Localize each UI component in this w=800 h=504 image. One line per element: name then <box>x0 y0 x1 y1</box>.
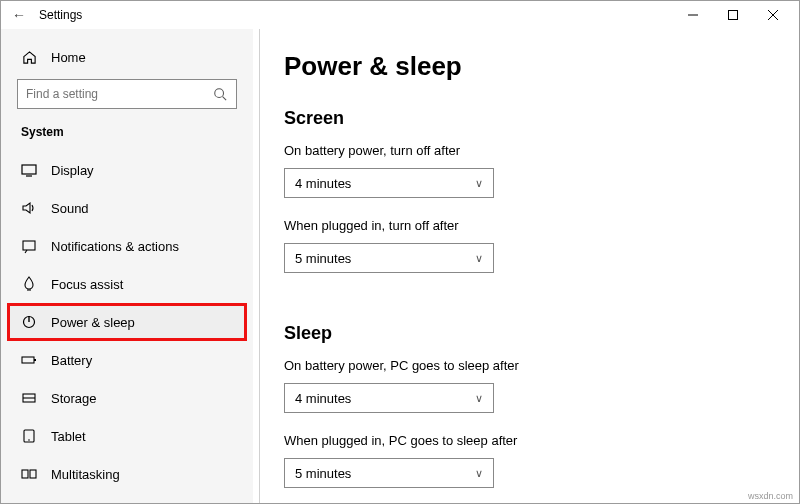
screen-plugged-dropdown[interactable]: 5 minutes ∨ <box>284 243 494 273</box>
sidebar-item-display[interactable]: Display <box>7 151 247 189</box>
sidebar-item-storage[interactable]: Storage <box>7 379 247 417</box>
sidebar-item-label: Tablet <box>51 429 86 444</box>
sidebar-item-label: Display <box>51 163 94 178</box>
nav-group-system: System <box>7 119 247 151</box>
multitasking-icon <box>21 466 37 482</box>
svg-rect-12 <box>22 357 34 363</box>
search-icon <box>212 86 228 102</box>
svg-point-4 <box>215 89 224 98</box>
sidebar-item-sound[interactable]: Sound <box>7 189 247 227</box>
sidebar-item-label: Battery <box>51 353 92 368</box>
sleep-heading: Sleep <box>284 323 769 344</box>
dropdown-value: 5 minutes <box>295 466 351 481</box>
back-button[interactable]: ← <box>11 7 27 23</box>
screen-battery-dropdown[interactable]: 4 minutes ∨ <box>284 168 494 198</box>
sound-icon <box>21 200 37 216</box>
screen-heading: Screen <box>284 108 769 129</box>
close-button[interactable] <box>753 1 793 29</box>
dropdown-value: 4 minutes <box>295 391 351 406</box>
screen-battery-label: On battery power, turn off after <box>284 143 769 158</box>
screen-section: Screen On battery power, turn off after … <box>284 104 769 293</box>
search-input[interactable] <box>26 87 212 101</box>
sleep-battery-label: On battery power, PC goes to sleep after <box>284 358 769 373</box>
chevron-down-icon: ∨ <box>475 177 483 190</box>
svg-line-5 <box>223 97 227 101</box>
titlebar: ← Settings <box>1 1 799 29</box>
sidebar-item-focus[interactable]: Focus assist <box>7 265 247 303</box>
home-label: Home <box>51 50 86 65</box>
minimize-button[interactable] <box>673 1 713 29</box>
sidebar-item-battery[interactable]: Battery <box>7 341 247 379</box>
dropdown-value: 4 minutes <box>295 176 351 191</box>
sidebar-item-label: Power & sleep <box>51 315 135 330</box>
nav-list: Display Sound Notifications & actions Fo… <box>7 151 247 493</box>
settings-window: ← Settings Home <box>0 0 800 504</box>
sleep-plugged-label: When plugged in, PC goes to sleep after <box>284 433 769 448</box>
tablet-icon <box>21 428 37 444</box>
home-link[interactable]: Home <box>7 39 247 75</box>
sidebar: Home System Display Sound <box>1 29 253 503</box>
sidebar-item-label: Focus assist <box>51 277 123 292</box>
sidebar-item-notifications[interactable]: Notifications & actions <box>7 227 247 265</box>
chevron-down-icon: ∨ <box>475 252 483 265</box>
screen-plugged-label: When plugged in, turn off after <box>284 218 769 233</box>
search-box[interactable] <box>17 79 237 109</box>
watermark: wsxdn.com <box>748 491 793 501</box>
sidebar-item-label: Storage <box>51 391 97 406</box>
focus-assist-icon <box>21 276 37 292</box>
chevron-down-icon: ∨ <box>475 467 483 480</box>
minimize-icon <box>688 10 698 20</box>
content-area: Power & sleep Screen On battery power, t… <box>259 29 793 503</box>
maximize-button[interactable] <box>713 1 753 29</box>
sleep-plugged-dropdown[interactable]: 5 minutes ∨ <box>284 458 494 488</box>
svg-rect-18 <box>22 470 28 478</box>
battery-icon <box>21 352 37 368</box>
notifications-icon <box>21 238 37 254</box>
maximize-icon <box>728 10 738 20</box>
svg-rect-6 <box>22 165 36 174</box>
sleep-section: Sleep On battery power, PC goes to sleep… <box>284 319 769 503</box>
svg-rect-1 <box>729 11 738 20</box>
home-icon <box>21 49 37 65</box>
sidebar-item-label: Notifications & actions <box>51 239 179 254</box>
sidebar-item-multitasking[interactable]: Multitasking <box>7 455 247 493</box>
sidebar-item-tablet[interactable]: Tablet <box>7 417 247 455</box>
page-title: Power & sleep <box>284 51 769 82</box>
storage-icon <box>21 390 37 406</box>
svg-rect-8 <box>23 241 35 250</box>
sidebar-item-power-sleep[interactable]: Power & sleep <box>7 303 247 341</box>
svg-point-17 <box>28 439 30 441</box>
dropdown-value: 5 minutes <box>295 251 351 266</box>
window-title: Settings <box>39 8 82 22</box>
sleep-battery-dropdown[interactable]: 4 minutes ∨ <box>284 383 494 413</box>
chevron-down-icon: ∨ <box>475 392 483 405</box>
sidebar-item-label: Sound <box>51 201 89 216</box>
sidebar-item-label: Multitasking <box>51 467 120 482</box>
svg-rect-19 <box>30 470 36 478</box>
close-icon <box>768 10 778 20</box>
power-icon <box>21 314 37 330</box>
svg-rect-13 <box>34 359 36 361</box>
display-icon <box>21 162 37 178</box>
